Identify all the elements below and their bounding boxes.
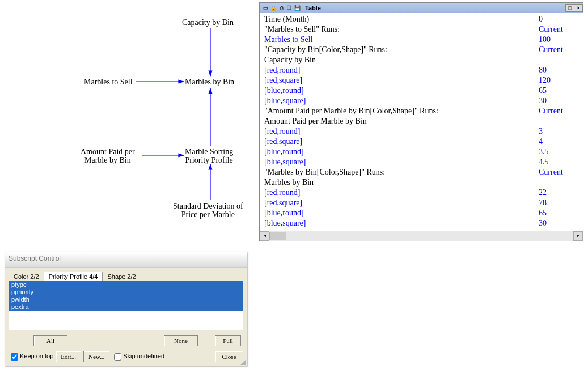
lock-icon[interactable]: 🔒 xyxy=(270,5,277,11)
node-marbles-to-sell[interactable]: Marbles to Sell xyxy=(84,78,133,86)
new-button[interactable]: New... xyxy=(83,351,109,362)
row-label: [blue,round] xyxy=(264,86,539,96)
print-icon[interactable]: ⎙ xyxy=(278,5,285,11)
row-value: Current xyxy=(539,24,578,35)
row-value: Current xyxy=(539,45,578,55)
row-label: "Marbles by Bin[Color,Shape]" Runs: xyxy=(264,167,539,177)
row-value: 4 xyxy=(539,137,578,147)
subscript-item[interactable]: pwidth xyxy=(9,296,243,303)
table-row[interactable]: Marbles to Sell100 xyxy=(264,35,578,45)
table-title: Table xyxy=(303,5,566,11)
all-button[interactable]: All xyxy=(33,335,67,346)
node-stddev[interactable]: Standard Deviation of Price per Marble xyxy=(173,202,243,219)
table-row[interactable]: [red,round]22 xyxy=(264,188,578,198)
node-marbles-by-bin[interactable]: Marbles by Bin xyxy=(185,78,234,86)
row-label: [red,round] xyxy=(264,188,539,198)
table-row[interactable]: [blue,round]65 xyxy=(264,208,578,218)
row-value: Current xyxy=(539,106,578,116)
row-label: [blue,round] xyxy=(264,208,539,218)
table-body: Time (Month)0"Marbles to Sell" Runs:Curr… xyxy=(260,13,583,231)
row-label: Time (Month) xyxy=(264,14,539,24)
subscript-tab[interactable]: Priority Profile 4/4 xyxy=(44,272,103,281)
subscript-titlebar[interactable]: Subscript Control xyxy=(5,252,247,268)
edit-button[interactable]: Edit... xyxy=(56,351,81,362)
row-value: 3.5 xyxy=(539,147,578,157)
table-row[interactable]: "Marbles by Bin[Color,Shape]" Runs:Curre… xyxy=(264,167,578,177)
node-sorting-priority[interactable]: Marble Sorting Priority Profile xyxy=(185,147,233,165)
keep-on-top-label: Keep on top xyxy=(20,353,53,359)
row-label: Marbles to Sell xyxy=(264,35,539,45)
table-row[interactable]: [blue,square]4.5 xyxy=(264,157,578,167)
row-value: 0 xyxy=(539,14,578,24)
table-row[interactable]: "Marbles to Sell" Runs:Current xyxy=(264,24,578,35)
subscript-control-window: Subscript Control Color 2/2Priority Prof… xyxy=(5,252,247,366)
row-value xyxy=(539,177,578,188)
row-value: Current xyxy=(539,167,578,177)
row-label: "Capacity by Bin[Color,Shape]" Runs: xyxy=(264,45,539,55)
resize-grip[interactable] xyxy=(239,358,246,365)
text-line: Amount Paid per xyxy=(81,147,135,156)
maximize-button[interactable]: □ xyxy=(565,4,574,12)
row-value: 120 xyxy=(539,75,578,86)
row-value xyxy=(539,116,578,126)
row-value: 30 xyxy=(539,218,578,228)
row-value: 22 xyxy=(539,188,578,198)
table-row[interactable]: [red,round]80 xyxy=(264,65,578,75)
table-row[interactable]: Marbles by Bin xyxy=(264,177,578,188)
table-row[interactable]: [blue,square]30 xyxy=(264,96,578,106)
table-row[interactable]: [red,round]3 xyxy=(264,126,578,137)
row-label: [blue,round] xyxy=(264,147,539,157)
model-diagram: Capacity by Bin Marbles to Sell Marbles … xyxy=(0,0,266,244)
table-row[interactable]: [blue,round]3.5 xyxy=(264,147,578,157)
table-titlebar[interactable]: ▭ 🔒 ⎙ ❐ 💾 Table □ × xyxy=(260,3,583,13)
scroll-left-button[interactable]: ◂ xyxy=(260,231,269,241)
full-button[interactable]: Full xyxy=(215,335,241,346)
subscript-tab[interactable]: Shape 2/2 xyxy=(102,272,141,281)
table-row[interactable]: Amount Paid per Marble by Bin xyxy=(264,116,578,126)
text-line: Priority Profile xyxy=(185,156,233,164)
node-capacity-by-bin[interactable]: Capacity by Bin xyxy=(182,18,234,27)
row-label: Marbles by Bin xyxy=(264,177,539,188)
table-row[interactable]: [red,square]120 xyxy=(264,75,578,86)
row-label: [red,round] xyxy=(264,126,539,137)
table-row[interactable]: "Amount Paid per Marble by Bin[Color,Sha… xyxy=(264,106,578,116)
horizontal-scrollbar[interactable]: ◂ ▸ xyxy=(260,231,583,241)
row-value: 30 xyxy=(539,96,578,106)
table-row[interactable]: [blue,square]30 xyxy=(264,218,578,228)
subscript-list[interactable]: ptypepprioritypwidthpextra xyxy=(9,281,243,330)
subscript-item[interactable]: ptype xyxy=(9,281,243,289)
scroll-right-button[interactable]: ▸ xyxy=(573,231,583,241)
table-row[interactable]: Time (Month)0 xyxy=(264,14,578,24)
row-value: 3 xyxy=(539,126,578,137)
skip-undefined-checkbox[interactable]: Skip undefined xyxy=(112,351,164,362)
table-row[interactable]: [blue,round]65 xyxy=(264,86,578,96)
keep-on-top-checkbox[interactable]: Keep on top xyxy=(9,351,53,362)
subscript-tab[interactable]: Color 2/2 xyxy=(9,272,44,281)
table-row[interactable]: [red,square]4 xyxy=(264,137,578,147)
save-icon[interactable]: 💾 xyxy=(294,5,301,11)
row-label: Amount Paid per Marble by Bin xyxy=(264,116,539,126)
row-label: "Amount Paid per Marble by Bin[Color,Sha… xyxy=(264,106,539,116)
row-label: [red,square] xyxy=(264,137,539,147)
row-label: [red,square] xyxy=(264,75,539,86)
subscript-item[interactable]: pextra xyxy=(9,303,243,311)
scroll-thumb[interactable] xyxy=(269,232,286,240)
text-line: Marble by Bin xyxy=(81,156,135,164)
subscript-item[interactable]: ppriority xyxy=(9,289,243,296)
copy-icon[interactable]: ❐ xyxy=(286,5,293,11)
node-amount-paid[interactable]: Amount Paid per Marble by Bin xyxy=(81,147,135,165)
row-value: 80 xyxy=(539,65,578,75)
tool-icon[interactable]: ▭ xyxy=(262,5,269,11)
table-row[interactable]: [red,square]78 xyxy=(264,198,578,208)
row-label: [blue,square] xyxy=(264,157,539,167)
subscript-tabs: Color 2/2Priority Profile 4/4Shape 2/2 xyxy=(5,268,247,281)
row-value: 100 xyxy=(539,35,578,45)
table-row[interactable]: Capacity by Bin xyxy=(264,55,578,65)
row-value: 65 xyxy=(539,86,578,96)
row-label: [blue,square] xyxy=(264,96,539,106)
row-label: [red,round] xyxy=(264,65,539,75)
row-value: 4.5 xyxy=(539,157,578,167)
none-button[interactable]: None xyxy=(164,335,198,346)
close-button[interactable]: × xyxy=(574,4,583,12)
table-row[interactable]: "Capacity by Bin[Color,Shape]" Runs:Curr… xyxy=(264,45,578,55)
